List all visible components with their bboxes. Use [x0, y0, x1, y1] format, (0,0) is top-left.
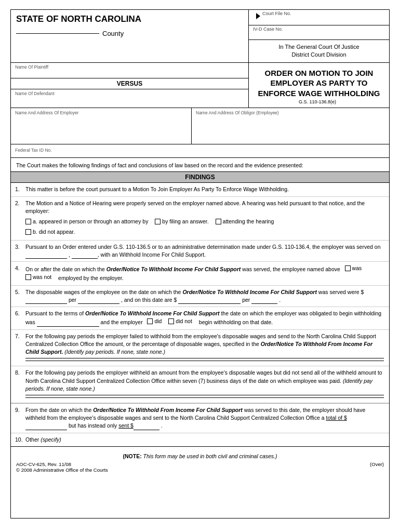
was-label: was: [352, 264, 362, 272]
finding-4-text: On or after the date on which the Order/…: [25, 264, 384, 283]
finding-5-text: The disposable wages of the employee on …: [25, 288, 384, 304]
finding-9-sent-label: sent $: [118, 422, 134, 429]
court-name: In The General Court Of Justice District…: [249, 40, 389, 62]
finding-5-field3[interactable]: [178, 297, 241, 304]
finding-8: 8. For the following pay periods the emp…: [11, 366, 389, 403]
court-name-line1: In The General Court Of Justice: [253, 43, 385, 51]
order-title-line3: ENFORCE WAGE WITHHOLDING: [258, 88, 380, 99]
finding-5-field1[interactable]: [25, 297, 67, 304]
finding-2-main: The Motion and a Notice of Hearing were …: [25, 200, 384, 215]
checkbox-did-not-appear: b. did not appear.: [25, 228, 75, 236]
finding-5-field2[interactable]: [78, 297, 119, 304]
checkbox-was: was: [345, 264, 362, 272]
finding-1-num: 1.: [15, 185, 25, 193]
did-not2-checkbox[interactable]: [168, 318, 174, 324]
attending-label: attending the hearing: [223, 218, 274, 225]
finding-9-field1[interactable]: [25, 423, 67, 430]
ivd-row: IV-D Case No.: [249, 25, 389, 40]
order-title-line1: ORDER ON MOTION TO JOIN: [258, 68, 380, 78]
finding-6-num: 6.: [15, 310, 25, 327]
was-not-checkbox[interactable]: [25, 274, 31, 280]
finding-8-text: For the following pay periods the employ…: [25, 369, 384, 400]
footer-note-text: (NOTE: This form may be used in both civ…: [123, 453, 277, 459]
finding-10-specify: (specify): [41, 436, 61, 443]
obligor-label: Name And Address Of Obligor (Employee): [196, 110, 385, 115]
court-name-line2: District Court Division: [253, 51, 385, 59]
defendant-label: Name Of Defendant: [15, 91, 244, 96]
finding-8-num: 8.: [15, 369, 25, 400]
employer-row: Name And Address Of Employer Name And Ad…: [11, 108, 389, 144]
finding-6-field1[interactable]: [37, 320, 99, 327]
finding-3-text: Pursuant to an Order entered under G.S. …: [25, 243, 384, 259]
checkbox-did: did: [147, 317, 162, 325]
finding-2: 2. The Motion and a Notice of Hearing we…: [11, 197, 389, 241]
was-checkbox[interactable]: [345, 265, 351, 271]
defendant-cell: Name Of Defendant: [11, 89, 248, 105]
finding-9-field2[interactable]: [134, 423, 159, 430]
did-not-appear-checkbox[interactable]: [25, 229, 31, 235]
finding-3-num: 3.: [15, 243, 25, 259]
finding-9-total-label: total of $: [326, 415, 346, 421]
finding-2-b: b. did not appear.: [25, 228, 384, 237]
court-file-row: Court File No.: [249, 10, 389, 25]
finding-4-num: 4.: [15, 264, 25, 283]
finding-1: 1. This matter is before the court pursu…: [11, 183, 389, 196]
employer-label: Name And Address Of Employer: [15, 110, 187, 115]
did-checkbox[interactable]: [147, 318, 153, 324]
finding-3-field1[interactable]: [25, 251, 67, 259]
state-title: STATE OF NORTH CAROLINA: [16, 14, 243, 24]
checkbox-did-not2: did not: [168, 317, 192, 325]
finding-9-text: From the date on which the Order/Notice …: [25, 406, 384, 430]
checkbox-attending: attending the hearing: [216, 218, 274, 225]
form-container: STATE OF NORTH CAROLINA County Court Fil…: [10, 9, 390, 518]
finding-3: 3. Pursuant to an Order entered under G.…: [11, 241, 389, 262]
did-label: did: [154, 317, 162, 325]
finding-7: 7. For the following pay periods the emp…: [11, 330, 389, 367]
order-title-section: ORDER ON MOTION TO JOIN EMPLOYER AS PART…: [249, 63, 389, 108]
ivd-label: IV-D Case No.: [253, 26, 283, 32]
findings-header: FINDINGS: [11, 172, 389, 183]
footer-bottom: AOC-CV-625, Rev. 11/08 © 2008 Administra…: [16, 460, 384, 474]
did-not2-label: did not: [176, 317, 192, 325]
by-filing-checkbox[interactable]: [155, 219, 161, 224]
footer-left: AOC-CV-625, Rev. 11/08 © 2008 Administra…: [16, 461, 108, 473]
finding-3-field2[interactable]: [72, 251, 98, 259]
checkbox-appeared: a. appeared in person or through an atto…: [25, 218, 148, 225]
form-ref: AOC-CV-625, Rev. 11/08: [16, 461, 108, 467]
by-filing-label: by filing an answer.: [162, 218, 208, 225]
finding-6-bold: Order/Notice To Withhold Income For Chil…: [85, 310, 220, 316]
checkbox-was-not: was not: [25, 273, 51, 281]
finding-5: 5. The disposable wages of the employee …: [11, 286, 389, 307]
attending-checkbox[interactable]: [216, 219, 221, 224]
finding-4: 4. On or after the date on which the Ord…: [11, 262, 389, 286]
header-row: STATE OF NORTH CAROLINA County Court Fil…: [11, 10, 389, 63]
copyright: © 2008 Administrative Office of the Cour…: [16, 467, 108, 473]
finding-5-field4[interactable]: [251, 297, 277, 304]
preamble: The Court makes the following findings o…: [11, 158, 389, 172]
finding-4-bold: Order/Notice To Withhold Income For Chil…: [106, 266, 241, 272]
finding-2-text: The Motion and a Notice of Hearing were …: [25, 200, 384, 237]
fed-tax-label: Federal Tax ID No.: [15, 148, 52, 153]
finding-1-text: This matter is before the court pursuant…: [25, 185, 384, 193]
county-label: County: [102, 30, 124, 37]
order-title-line2: EMPLOYER AS PARTY TO: [258, 78, 380, 88]
appeared-checkbox[interactable]: [25, 219, 31, 224]
finding-7-line2: [25, 361, 384, 361]
appeared-label: a. appeared in person or through an atto…: [33, 218, 148, 225]
finding-10-num: 10.: [15, 436, 25, 444]
footer-note: (NOTE: This form may be used in both civ…: [16, 451, 384, 460]
finding-7-num: 7.: [15, 332, 25, 364]
finding-8-line: [25, 395, 384, 395]
footer: (NOTE: This form may be used in both civ…: [11, 446, 389, 476]
finding-9-bold: Order/Notice To Withhold From Income For…: [93, 407, 243, 413]
header-right: Court File No. IV-D Case No. In The Gene…: [249, 10, 389, 62]
county-line: County: [16, 30, 243, 39]
party-section: Name Of Plaintiff VERSUS Name Of Defenda…: [11, 63, 389, 109]
plaintiff-label: Name Of Plaintiff: [15, 64, 244, 70]
preamble-text: The Court makes the following findings o…: [16, 162, 303, 168]
finding-9: 9. From the date on which the Order/Noti…: [11, 403, 389, 433]
county-underline-field[interactable]: [16, 33, 99, 34]
finding-6-text: Pursuant to the terms of Order/Notice To…: [25, 310, 384, 327]
finding-2-num: 2.: [15, 200, 25, 237]
court-file-label: Court File No.: [262, 11, 291, 16]
